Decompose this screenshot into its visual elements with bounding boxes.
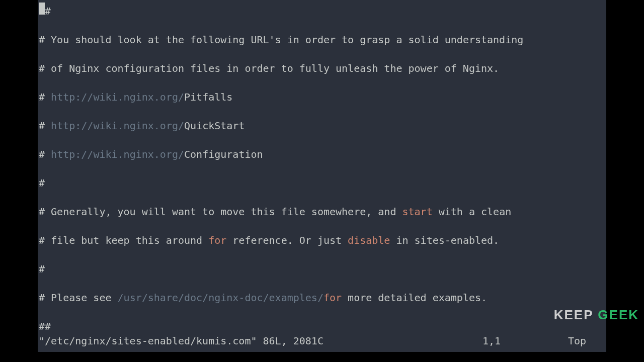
url-scheme: http: [51,91,81,103]
url-path: Configuration [184,148,263,160]
url-host: //wiki.nginx.org/ [81,148,184,160]
status-filename: "/etc/nginx/sites-enabled/kumis.com" 86L… [39,334,324,348]
comment-line: with a clean [433,206,512,218]
comment-line: # You should look at the following URL [39,34,269,46]
comment-line: # file but keep this around [39,234,208,246]
file-path: /usr/share/doc/nginx-doc/examples/ [118,292,324,304]
comment-line: # of Nginx configuration files in order … [39,62,499,74]
status-scroll-pos: Top [568,334,586,348]
comment-line: reference. Or just [226,234,348,246]
url-scheme: http: [51,148,81,160]
url-scheme: http: [51,120,81,132]
url-path: Pitfalls [184,91,232,103]
comment-line: # [39,263,45,275]
comment-hash: # [39,91,51,103]
comment-line: more detailed examples. [342,292,487,304]
comment-line: # [45,5,51,17]
comment-hash: # [39,120,51,132]
vim-status-bar: "/etc/nginx/sites-enabled/kumis.com" 86L… [39,334,606,348]
watermark-text-b: GEEK [598,307,639,322]
url-path: QuickStart [184,120,245,132]
keyword: start [402,206,432,218]
comment-line: # Generally, you will want to move this … [39,206,402,218]
keyword: for [208,234,226,246]
comment-line: # Please see [39,292,118,304]
comment-line: in sites-enabled. [390,234,499,246]
status-cursor-pos: 1,1 [482,334,501,348]
watermark-logo: KEEP GEEK [554,308,639,322]
comment-line: # [39,177,45,189]
comment-line: ## [39,320,51,332]
cursor [39,3,45,15]
blank-line [39,349,45,361]
editor-content[interactable]: # # You should look at the following URL… [38,3,606,362]
terminal-window[interactable]: # # You should look at the following URL… [38,0,606,352]
url-host: //wiki.nginx.org/ [81,91,184,103]
comment-hash: # [39,148,51,160]
url-host: //wiki.nginx.org/ [81,120,184,132]
watermark-text-a: KEEP [554,307,598,322]
comment-line: 's in order to grasp a solid understandi… [269,34,524,46]
keyword: disable [348,234,390,246]
keyword: for [324,292,342,304]
